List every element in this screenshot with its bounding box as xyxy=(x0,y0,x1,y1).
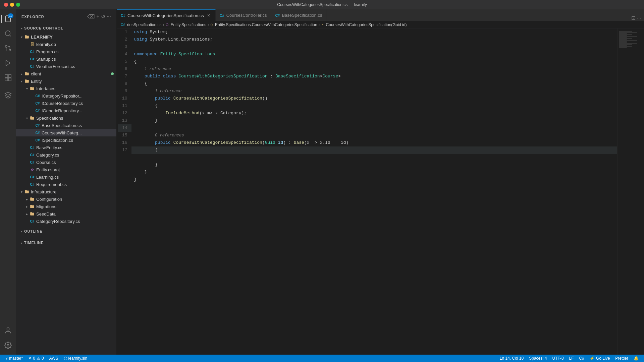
status-remote[interactable]: AWS xyxy=(47,355,61,362)
file-learnify-db[interactable]: 🗄 learnify.db xyxy=(16,41,116,48)
file-label: Learning.cs xyxy=(36,175,59,180)
status-encoding[interactable]: UTF-8 xyxy=(550,355,567,362)
folder-specifications[interactable]: Specifications xyxy=(16,114,116,122)
status-position[interactable]: Ln 14, Col 10 xyxy=(497,355,526,362)
status-line-ending[interactable]: LF xyxy=(567,355,577,362)
breadcrumb-namespace[interactable]: Entity.Specifications xyxy=(171,22,207,27)
file-label: Category.cs xyxy=(36,153,59,158)
activity-run[interactable] xyxy=(1,56,15,70)
tab-base-specification[interactable]: C# BaseSpecification.cs xyxy=(271,9,326,21)
modified-indicator xyxy=(111,72,114,75)
status-spaces[interactable]: Spaces: 4 xyxy=(526,355,549,362)
status-branch[interactable]: ⑂ master* xyxy=(3,355,25,362)
status-go-live[interactable]: ⚡ Go Live xyxy=(587,355,612,362)
file-requirement[interactable]: C# Requirement.cs xyxy=(16,181,116,188)
file-category-repo[interactable]: C# CategoryRepository.cs xyxy=(16,218,116,225)
go-live-icon: ⚡ xyxy=(590,356,595,361)
file-label: Program.cs xyxy=(36,49,58,54)
folder-seeddata[interactable]: SeedData xyxy=(16,210,116,218)
outline-section: OUTLINE xyxy=(16,225,116,236)
folder-configuration[interactable]: Configuration xyxy=(16,195,116,203)
svg-marker-5 xyxy=(6,60,10,66)
file-startup-cs[interactable]: C# Startup.cs xyxy=(16,55,116,63)
file-category[interactable]: C# Category.cs xyxy=(16,151,116,159)
split-editor-icon[interactable]: ⊡ xyxy=(631,15,636,21)
file-ispec[interactable]: C# ISpecification.cs xyxy=(16,136,116,144)
encoding-text: UTF-8 xyxy=(552,356,564,361)
tab-courses-with-categories[interactable]: C# CoursesWithCategoriesSpecification.cs… xyxy=(117,9,216,21)
cs-file-icon: C# xyxy=(35,130,40,135)
activity-extensions[interactable] xyxy=(1,71,15,84)
status-prettier[interactable]: Prettier xyxy=(612,355,631,362)
file-label: CategoryRepository.cs xyxy=(36,219,80,224)
learnify-folder-icon xyxy=(24,34,30,40)
source-control-header[interactable]: SOURCE CONTROL xyxy=(16,24,116,32)
activity-bar: 19 xyxy=(0,9,16,355)
status-errors[interactable]: ✕ 0 ⚠ 0 xyxy=(25,355,46,362)
editor[interactable]: 1 2 3 4 5 6 7 8 9 10 11 12 13 14 15 16 1… xyxy=(117,28,644,355)
status-solution[interactable]: ⬡ learnify.sln xyxy=(61,355,90,362)
folder-client[interactable]: client xyxy=(16,70,116,77)
file-weatherforecast-cs[interactable]: C# WeatherForecast.cs xyxy=(16,63,116,70)
minimize-button[interactable] xyxy=(10,3,14,7)
outline-header[interactable]: OUTLINE xyxy=(16,228,116,235)
more-actions-icon[interactable]: ··· xyxy=(637,15,641,21)
timeline-header[interactable]: TIMELINE xyxy=(16,239,116,246)
breadcrumb-method[interactable]: CoursesWithCategoriesSpecification(Guid … xyxy=(326,22,407,27)
new-file-icon[interactable]: ⌫ xyxy=(87,13,95,20)
activity-search[interactable] xyxy=(1,27,15,40)
cs-file-icon: C# xyxy=(30,174,35,180)
content-area: C# CoursesWithCategoriesSpecification.cs… xyxy=(117,9,644,355)
go-live-text: Go Live xyxy=(596,356,610,361)
activity-source-control[interactable] xyxy=(1,42,15,55)
learnify-root[interactable]: LEARNIFY xyxy=(16,33,116,41)
folder-interfaces[interactable]: Interfaces xyxy=(16,85,116,92)
timeline-title: TIMELINE xyxy=(24,241,44,245)
tab-close-icon[interactable]: ✕ xyxy=(206,13,211,18)
activity-explorer[interactable]: 19 xyxy=(1,12,15,25)
breadcrumb-file[interactable]: riesSpecification.cs xyxy=(127,22,162,27)
leaf-spacer xyxy=(24,174,30,180)
file-base-entity[interactable]: C# BaseEntity.cs xyxy=(16,144,116,151)
maximize-button[interactable] xyxy=(16,3,20,7)
file-label: ISpecification.cs xyxy=(42,138,73,143)
file-courses-with-categ[interactable]: C# CoursesWithCateg... xyxy=(16,129,116,136)
file-label: Entity.csproj xyxy=(36,167,60,172)
learnify-arrow xyxy=(19,34,24,40)
file-entity-csproj[interactable]: ⚙ Entity.csproj xyxy=(16,166,116,173)
activity-account[interactable] xyxy=(1,324,15,337)
timeline-arrow xyxy=(19,240,24,245)
file-igeneric-repo[interactable]: C# IGenericRepository... xyxy=(16,107,116,114)
svg-rect-8 xyxy=(5,78,8,81)
language-text: C# xyxy=(579,356,584,361)
warning-count: 0 xyxy=(42,356,44,361)
file-base-spec[interactable]: C# BaseSpecification.cs xyxy=(16,122,116,129)
file-icategory-repo[interactable]: C# ICategoryRepositor... xyxy=(16,92,116,100)
new-folder-icon[interactable]: + xyxy=(96,13,99,20)
folder-migrations[interactable]: Migrations xyxy=(16,203,116,210)
close-button[interactable] xyxy=(4,3,8,7)
leaf-spacer xyxy=(30,101,35,106)
folder-infrastructure[interactable]: Infrastructure xyxy=(16,188,116,195)
svg-point-3 xyxy=(5,46,7,48)
more-options-icon[interactable]: ··· xyxy=(107,13,111,20)
activity-settings[interactable] xyxy=(1,339,15,352)
file-icourse-repo[interactable]: C# ICourseRepository.cs xyxy=(16,100,116,107)
activity-remote[interactable] xyxy=(1,88,15,102)
refresh-icon[interactable]: ↺ xyxy=(101,13,105,20)
folder-entity[interactable]: Entity xyxy=(16,77,116,85)
status-notifications[interactable]: 🔔 xyxy=(631,355,641,362)
file-course[interactable]: C# Course.cs xyxy=(16,159,116,166)
file-label: Requirement.cs xyxy=(36,182,67,187)
leaf-spacer xyxy=(24,56,30,62)
activity-bar-bottom xyxy=(1,324,15,355)
file-learning[interactable]: C# Learning.cs xyxy=(16,173,116,181)
status-language[interactable]: C# xyxy=(577,355,587,362)
breadcrumb-class[interactable]: Entity.Specifications.CoursesWithCategor… xyxy=(215,22,317,27)
leaf-spacer xyxy=(30,123,35,128)
file-program-cs[interactable]: C# Program.cs xyxy=(16,48,116,55)
tab-bar-actions: ⊡ ··· xyxy=(629,15,644,21)
tab-courses-controller[interactable]: C# CoursesController.cs xyxy=(216,9,271,21)
code-editor[interactable]: using System; using System.Linq.Expressi… xyxy=(131,28,617,355)
file-label: ICourseRepository.cs xyxy=(42,101,83,106)
